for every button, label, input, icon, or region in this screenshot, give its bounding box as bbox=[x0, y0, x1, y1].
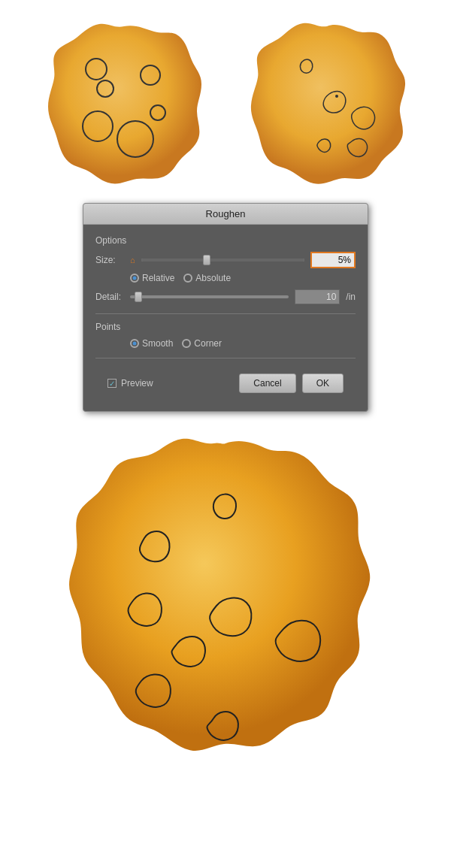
dialog-body: Options Size: ⌂ bbox=[83, 225, 368, 411]
radio-relative[interactable]: Relative bbox=[130, 273, 174, 283]
size-row: Size: ⌂ bbox=[95, 252, 356, 268]
cookie-right-svg bbox=[241, 15, 413, 188]
radio-corner-circle[interactable] bbox=[182, 339, 191, 348]
radio-relative-circle[interactable] bbox=[130, 274, 139, 283]
size-home-icon: ⌂ bbox=[130, 256, 135, 265]
options-section: Options Size: ⌂ bbox=[95, 235, 356, 304]
cookie-right bbox=[241, 15, 413, 188]
cookie-left bbox=[38, 15, 210, 188]
ok-button[interactable]: OK bbox=[302, 374, 344, 393]
dialog-title: Roughen bbox=[206, 208, 246, 219]
radio-absolute[interactable]: Absolute bbox=[183, 273, 231, 283]
dialog-footer: ✓ Preview Cancel OK bbox=[95, 366, 356, 401]
relative-label: Relative bbox=[142, 273, 174, 283]
cookie-left-svg bbox=[38, 15, 210, 188]
preview-row: ✓ Preview bbox=[107, 378, 233, 389]
dialog-title-bar: Roughen bbox=[83, 204, 368, 225]
detail-label: Detail: bbox=[95, 292, 124, 302]
points-section: Points Smooth Corner bbox=[95, 322, 356, 349]
detail-slider[interactable] bbox=[130, 295, 289, 298]
radio-absolute-circle[interactable] bbox=[183, 274, 192, 283]
divider2 bbox=[95, 358, 356, 358]
corner-label: Corner bbox=[194, 338, 222, 349]
size-slider[interactable] bbox=[141, 259, 304, 262]
cancel-button[interactable]: Cancel bbox=[239, 374, 295, 393]
smooth-label: Smooth bbox=[142, 338, 173, 349]
detail-row: Detail: /in bbox=[95, 289, 356, 304]
detail-value-input[interactable] bbox=[295, 289, 340, 304]
cookie-bottom-svg bbox=[30, 427, 421, 818]
radio-corner[interactable]: Corner bbox=[182, 338, 222, 349]
points-label: Points bbox=[95, 322, 356, 332]
absolute-label: Absolute bbox=[195, 273, 231, 283]
detail-track bbox=[130, 295, 289, 298]
radio-smooth-circle[interactable] bbox=[130, 339, 139, 348]
preview-checkbox[interactable]: ✓ bbox=[107, 379, 117, 388]
detail-unit: /in bbox=[346, 292, 356, 302]
preview-label: Preview bbox=[121, 378, 153, 389]
size-slider-track bbox=[141, 259, 304, 262]
top-cookies-area bbox=[0, 0, 451, 195]
divider bbox=[95, 313, 356, 314]
size-slider-thumb[interactable] bbox=[203, 255, 210, 265]
size-label: Size: bbox=[95, 255, 124, 265]
radio-smooth[interactable]: Smooth bbox=[130, 338, 173, 349]
cookie-bottom-area bbox=[0, 419, 451, 818]
svg-point-6 bbox=[335, 95, 338, 98]
roughen-dialog: Roughen Options Size: ⌂ bbox=[83, 203, 368, 412]
options-label: Options bbox=[95, 235, 356, 246]
points-radio-row: Smooth Corner bbox=[95, 338, 356, 349]
detail-thumb[interactable] bbox=[135, 292, 142, 302]
dialog-overlay: Roughen Options Size: ⌂ bbox=[0, 203, 451, 412]
size-value-input[interactable] bbox=[310, 252, 356, 268]
radio-row: Relative Absolute bbox=[95, 273, 356, 283]
